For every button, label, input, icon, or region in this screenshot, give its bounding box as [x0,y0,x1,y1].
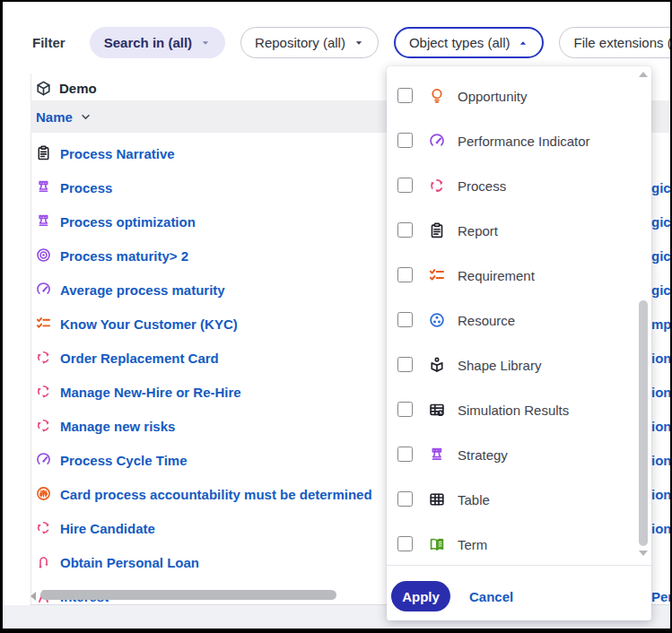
occluded-cell-text-fragment: iona [651,351,670,366]
clipboard-icon [429,222,445,238]
occluded-cell-text-fragment: gic P [651,282,670,298]
object-type-option-label: Opportunity [458,89,528,104]
repository-group-header[interactable]: Demo [36,77,97,99]
object-type-checkbox[interactable] [397,312,413,327]
recycle-icon [429,178,445,194]
file-extensions-filter-pill[interactable]: File extensions (all) [559,27,672,58]
object-type-option-label: Shape Library [458,358,541,373]
object-type-checkbox[interactable] [397,133,413,148]
vertical-scrollbar-thumb[interactable] [639,300,648,546]
caret-down-icon [353,38,364,48]
file-extensions-pill-label: File extensions (all) [573,35,672,50]
database-cube-icon [36,81,51,96]
occluded-cell-text-fragment: Per [651,589,670,604]
object-type-checkbox[interactable] [397,88,413,103]
scroll-left-arrow-icon[interactable] [31,592,36,601]
object-types-pill-label: Object types (all) [409,35,511,50]
footer-divider [387,565,651,566]
list-item-label: Know Your Customer (KYC) [60,316,238,332]
object-type-option-label: Resource [458,313,515,328]
object-type-checkbox[interactable] [397,357,413,372]
object-type-option-label: Strategy [458,447,508,463]
object-type-option[interactable]: Report [387,208,651,253]
list-item-label: Process Narrative [60,146,175,161]
object-type-option-label: Term [458,537,487,552]
chevron-down-icon[interactable] [79,110,92,124]
object-type-option-label: Performance Indicator [458,134,590,149]
target-icon [36,247,51,263]
object-type-option-label: Simulation Results [458,403,569,418]
caret-down-icon [200,38,211,48]
recycle-icon [36,384,51,399]
rook-icon [429,447,445,463]
filter-bar: Filter Search in (all) Repository (all) … [3,2,670,74]
object-type-option-label: Process [458,178,506,194]
object-types-filter-pill[interactable]: Object types (all) [394,27,545,58]
object-types-dropdown-panel: OpportunityPerformance IndicatorProcessR… [387,66,651,620]
list-item-label: Average process maturity [60,282,225,298]
name-column-header[interactable]: Name [36,109,73,125]
object-type-checkbox[interactable] [397,267,413,282]
object-type-option[interactable]: Strategy [387,432,651,477]
list-item-label: Manage New-Hire or Re-Hire [60,385,241,400]
occluded-cell-text-fragment: iona [651,521,670,536]
recycle-icon [36,418,51,433]
occluded-cell-text-fragment: iona [651,453,670,468]
scroll-up-arrow-icon[interactable] [639,72,648,77]
people-circle-icon [36,486,51,501]
object-type-option-list: OpportunityPerformance IndicatorProcessR… [387,66,651,565]
shape-library-icon [429,357,445,373]
object-type-option[interactable]: Process [387,163,651,208]
caret-up-icon [518,38,528,48]
apply-button[interactable]: Apply [391,581,450,611]
occluded-cell-text-fragment: gic P [651,214,670,230]
rook-icon [36,179,51,195]
object-type-checkbox[interactable] [397,491,413,507]
repository-pill-label: Repository (all) [255,35,345,50]
object-type-checkbox[interactable] [397,178,413,193]
gauge-icon [36,282,51,297]
branch-icon [36,554,51,569]
occluded-cell-text-fragment: gic P [651,248,670,264]
resource-icon [429,312,445,328]
object-type-checkbox[interactable] [397,402,413,417]
list-item-label: Process Cycle Time [60,453,187,468]
object-type-option[interactable]: Term [387,522,651,565]
search-results-screen: Filter Search in (all) Repository (all) … [0,0,672,633]
rook-icon [36,213,51,229]
cancel-button[interactable]: Cancel [469,581,513,611]
object-type-option-label: Requirement [458,268,535,283]
object-type-option[interactable]: Simulation Results [387,387,651,432]
horizontal-scrollbar-thumb[interactable] [40,590,336,600]
object-type-option[interactable]: Performance Indicator [387,118,651,163]
list-item-label: Order Replacement Card [60,351,219,366]
object-type-option-label: Report [458,223,498,238]
list-item-label: Hire Candidate [60,521,155,536]
occluded-cell-text-fragment: iona [651,385,670,400]
checklist-icon [429,267,445,283]
search-in-filter-pill[interactable]: Search in (all) [90,27,225,58]
occluded-cell-text-fragment: mpl [651,316,670,332]
repository-filter-pill[interactable]: Repository (all) [240,27,379,58]
filter-label: Filter [32,27,65,58]
recycle-icon [36,350,51,365]
object-type-checkbox[interactable] [397,222,413,238]
object-type-option[interactable]: Opportunity [387,74,651,118]
clipboard-icon [36,145,51,160]
list-item-label: Manage new risks [60,419,175,434]
filter-pill-row: Filter Search in (all) Repository (all) … [32,27,672,58]
simulation-icon [429,402,445,418]
scroll-down-arrow-icon[interactable] [639,551,648,556]
object-type-checkbox[interactable] [397,447,413,462]
occluded-cell-text-fragment: iona [651,487,670,502]
object-type-option[interactable]: Resource [387,298,651,343]
object-type-option[interactable]: Shape Library [387,343,651,387]
object-type-checkbox[interactable] [397,536,413,551]
object-type-option[interactable]: Requirement [387,253,651,298]
object-type-option[interactable]: Table [387,477,651,522]
list-item-label: Card process accountability must be dete… [60,487,372,502]
object-type-option-label: Table [458,492,490,507]
occluded-cell-text-fragment: gic P [651,180,670,195]
book-icon [429,536,445,552]
list-item-label: Process maturity> 2 [60,248,188,264]
